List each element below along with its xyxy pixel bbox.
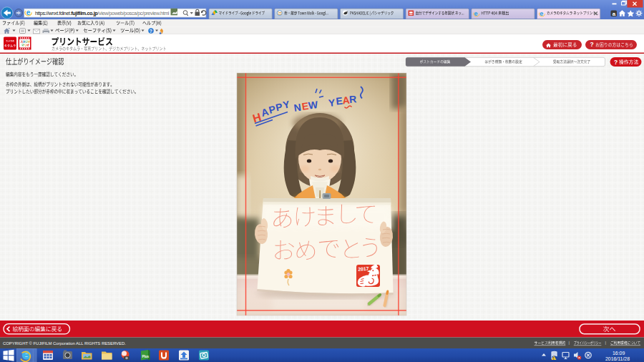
- svg-text:|: |: [605, 341, 607, 345]
- svg-text:?: ?: [150, 29, 152, 34]
- svg-text:2016/11/28: 2016/11/28: [605, 356, 630, 361]
- svg-text:R: R: [348, 93, 356, 105]
- svg-text:|: |: [569, 341, 570, 345]
- svg-text:2017: 2017: [358, 266, 369, 272]
- svg-text:COPYRIGHT © FUJIFILM Corporati: COPYRIGHT © FUJIFILM Corporation ALL RIG…: [3, 341, 126, 346]
- svg-text:?: ?: [614, 59, 618, 66]
- svg-text:https://wnxt.fdinet.fujifilm.c: https://wnxt.fdinet.fujifilm.co.jp/view/…: [35, 10, 170, 16]
- svg-text:16:09: 16:09: [613, 351, 625, 356]
- svg-text:a: a: [613, 11, 616, 17]
- svg-text:Plus: Plus: [142, 355, 150, 358]
- svg-text:?: ?: [590, 41, 594, 48]
